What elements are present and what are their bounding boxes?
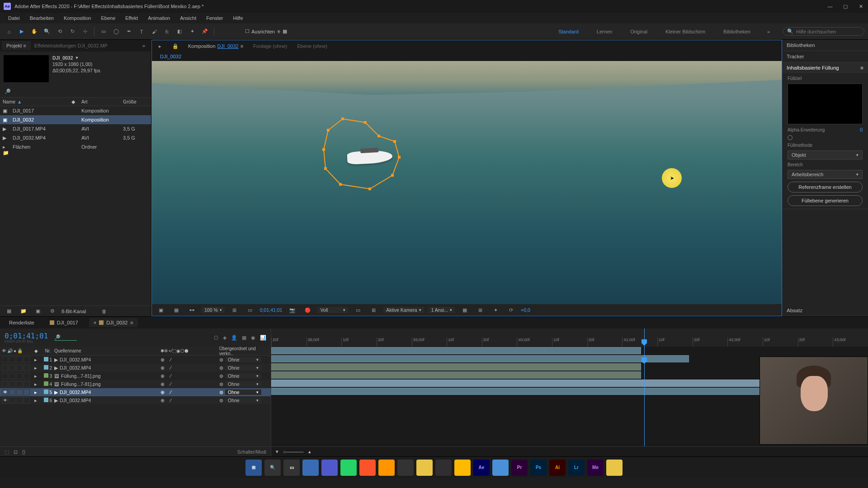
always-preview-icon[interactable]: ▣: [156, 305, 166, 315]
comp-flowchart-icon[interactable]: ▸: [155, 41, 165, 52]
layer-row[interactable]: ▸ 2▶DJI_0032.MP4⊕ ∕⊚Ohne▾: [0, 364, 271, 372]
solo-col-icon[interactable]: ●: [14, 348, 16, 353]
taskbar-firefox[interactable]: [378, 460, 395, 476]
switch-mode-label[interactable]: Schalter/Modi: [237, 449, 266, 455]
layer-tab[interactable]: Ebene (ohne): [294, 42, 330, 50]
project-search-icon[interactable]: 🔎: [5, 89, 11, 94]
timeline-tab-2[interactable]: ×DJI_0032 ≡: [89, 318, 138, 327]
composition-viewport[interactable]: ➤: [152, 61, 782, 304]
zoom-out-icon[interactable]: ▾: [276, 449, 278, 455]
breadcrumb[interactable]: DJI_0032: [152, 52, 782, 61]
eraser-tool-icon[interactable]: ◧: [174, 26, 185, 37]
fast-preview-icon[interactable]: ▭: [353, 305, 363, 315]
tracker-panel[interactable]: Tracker: [782, 51, 868, 62]
bpc-label[interactable]: 8-Bit-Kanal: [61, 309, 86, 314]
menu-ansicht[interactable]: Ansicht: [175, 14, 201, 22]
maximize-button[interactable]: ▢: [842, 3, 849, 10]
col-type[interactable]: Art: [81, 99, 123, 104]
text-tool-icon[interactable]: T: [136, 26, 147, 37]
help-search[interactable]: 🔍 Hilfe durchsuchen: [783, 27, 864, 36]
resolution-select[interactable]: Voll ▾: [317, 307, 348, 313]
taskbar-explorer[interactable]: [454, 460, 471, 476]
snapshot-icon[interactable]: 📷: [287, 305, 297, 315]
motion-blur-icon[interactable]: ◉: [251, 335, 255, 341]
video-col-icon[interactable]: 👁: [2, 348, 6, 353]
playhead[interactable]: [644, 328, 645, 347]
clip[interactable]: [271, 355, 689, 362]
project-item[interactable]: ▶DJI_0017.MP4AVI3,5 G: [0, 124, 151, 133]
home-icon[interactable]: ⌂: [4, 26, 14, 37]
transparency-grid-icon[interactable]: ▦: [171, 305, 182, 315]
taskbar-lr[interactable]: Lr: [568, 460, 585, 476]
libraries-panel[interactable]: Bibliotheken: [782, 40, 868, 51]
channel-icon[interactable]: 🔴: [302, 305, 313, 315]
roi-icon[interactable]: ▭: [245, 305, 255, 315]
taskbar-search[interactable]: 🔍: [264, 460, 281, 476]
timeline-icon[interactable]: ⊞: [368, 305, 379, 315]
zoom-tool-icon[interactable]: 🔍: [42, 26, 52, 37]
layer-row[interactable]: 👁▸ 6▶DJI_0032.MP4⊕ ∕⊚Ohne▾: [0, 396, 271, 404]
exposure-reset-icon[interactable]: ⟳: [505, 305, 516, 315]
layer-row[interactable]: ▸ 3🖼Füllung...7-81].png⊕ ∕⊚Ohne▾: [0, 372, 271, 380]
grid-icon[interactable]: ⊞: [475, 305, 486, 315]
timeline-search[interactable]: 🔎: [54, 334, 77, 341]
taskbar-brave[interactable]: [359, 460, 376, 476]
draft3d-icon[interactable]: ◈: [223, 335, 226, 341]
pixel-aspect-icon[interactable]: ▦: [459, 305, 470, 315]
pen-tool-icon[interactable]: ✒: [123, 26, 134, 37]
chevron-down-icon[interactable]: ▼: [75, 56, 79, 60]
zoom-slider[interactable]: ○─────: [283, 449, 304, 455]
taskbar-app3[interactable]: [416, 460, 433, 476]
close-icon[interactable]: ×: [94, 320, 96, 325]
taskbar-me[interactable]: Me: [587, 460, 604, 476]
project-item[interactable]: ▣DJI_0017Komposition: [0, 106, 151, 115]
comp-flowchart-icon[interactable]: ⬡: [214, 335, 218, 341]
workspace-menu-icon[interactable]: »: [763, 26, 774, 37]
new-comp-icon[interactable]: ▣: [33, 306, 43, 317]
panel-menu-icon[interactable]: »: [138, 40, 149, 51]
hand-tool-icon[interactable]: ✋: [29, 26, 40, 37]
menu-fenster[interactable]: Fenster: [202, 14, 227, 22]
alpha-expansion-value[interactable]: 0: [860, 127, 863, 132]
taskbar-teams[interactable]: [321, 460, 338, 476]
menu-effekt[interactable]: Effekt: [121, 14, 142, 22]
taskbar-app5[interactable]: [606, 460, 623, 476]
content-aware-fill-panel[interactable]: Inhaltsbasierte Füllung≡: [782, 62, 868, 73]
ellipse-tool-icon[interactable]: ◯: [111, 26, 122, 37]
zoom-select[interactable]: 100 % ▾: [202, 307, 225, 313]
composition-tab[interactable]: Komposition DJI_0032 ≡: [185, 42, 246, 50]
col-size[interactable]: Größe: [123, 99, 148, 104]
snap-options-icon[interactable]: ⚹: [277, 28, 281, 34]
clip[interactable]: [271, 371, 641, 379]
workspace-lernen[interactable]: Lernen: [593, 27, 616, 36]
timeline-tracks[interactable]: 20f38;00f10f20f39;00f10f20f40;00f10f20f4…: [271, 328, 868, 456]
taskbar-ps[interactable]: Ps: [530, 460, 547, 476]
selection-tool-icon[interactable]: ▶: [16, 26, 27, 37]
col-name[interactable]: Name: [3, 99, 15, 104]
brush-tool-icon[interactable]: 🖌: [149, 26, 160, 37]
panel-menu-icon[interactable]: ≡: [860, 65, 863, 70]
zoom-in-icon[interactable]: ▴: [308, 449, 311, 455]
orbit-tool-icon[interactable]: ⟲: [54, 26, 65, 37]
track[interactable]: [271, 347, 868, 355]
camera-select[interactable]: Aktive Kamera ▾: [383, 307, 424, 313]
workspace-standard[interactable]: Standard: [555, 27, 582, 36]
menu-datei[interactable]: Datei: [4, 14, 24, 22]
project-item[interactable]: ▣DJI_0032Komposition: [0, 115, 151, 124]
layer-row[interactable]: ▸ 1▶DJI_0032.MP4⊕ ∕⊚Ohne▾: [0, 356, 271, 364]
render-queue-tab[interactable]: Renderliste: [5, 318, 39, 327]
effect-controls-tab[interactable]: Effekteinstellungen DJI_0032.MP: [31, 41, 111, 50]
guide-icon[interactable]: ✦: [490, 305, 501, 315]
menu-hilfe[interactable]: Hilfe: [229, 14, 248, 22]
taskbar-start[interactable]: ⊞: [245, 460, 262, 476]
snap-grid-icon[interactable]: ▦: [283, 28, 287, 34]
layer-row[interactable]: ▸ 4🖼Füllung...7-81].png⊕ ∕⊚Ohne▾: [0, 380, 271, 388]
col-parent[interactable]: Übergeordnet und verkn..: [219, 346, 269, 356]
taskbar-pr[interactable]: Pr: [511, 460, 528, 476]
create-reference-frame-button[interactable]: Referenzframe erstellen: [788, 182, 863, 192]
menu-komposition[interactable]: Komposition: [59, 14, 96, 22]
snap-checkbox[interactable]: ☐: [245, 28, 250, 34]
project-tab[interactable]: Projekt ≡: [2, 41, 31, 50]
fill-method-select[interactable]: Objekt▾: [788, 150, 863, 160]
project-item[interactable]: ▸ 📁FlächenOrdner: [0, 142, 151, 151]
